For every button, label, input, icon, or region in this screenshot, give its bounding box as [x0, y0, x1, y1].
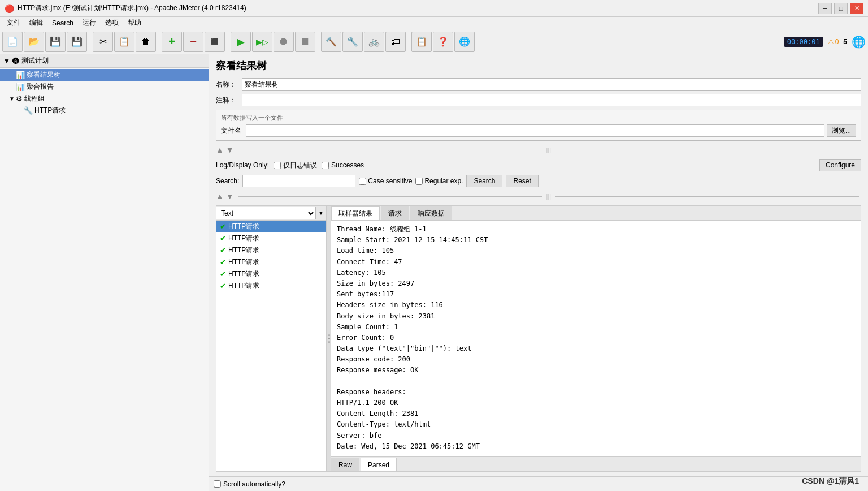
toolbar: 📄 📂 💾 💾 ✂ 📋 🗑 + − ⬛ ▶ ▶▷ ⏺ ⏹ 🔨 🔧 🚲 🏷 📋 ❓… — [0, 29, 868, 54]
reset-button[interactable]: Reset — [506, 175, 538, 187]
search-button[interactable]: Search — [466, 175, 502, 187]
successes-group: Successes — [322, 161, 364, 169]
watermark: CSDN @1清风1 — [802, 476, 859, 486]
regular-exp-label: Regular exp. — [424, 177, 463, 185]
bottom-bar: Scroll automatically? — [209, 476, 868, 491]
log-errors-checkbox[interactable] — [274, 162, 281, 169]
tab-response[interactable]: 响应数据 — [410, 206, 452, 220]
tab-parsed[interactable]: Parsed — [361, 458, 397, 471]
tree-node-http[interactable]: 🔧 HTTP请求 — [0, 105, 209, 117]
file-section-title: 所有数据写入一个文件 — [221, 114, 856, 122]
list-button[interactable]: 📋 — [411, 32, 432, 52]
list-item-label: HTTP请求 — [228, 257, 259, 267]
dropdown-arrow-icon[interactable]: ▼ — [316, 210, 326, 216]
globe-button[interactable]: 🌐 — [852, 35, 866, 49]
tree-header-label: 测试计划 — [21, 56, 49, 66]
configure-button[interactable]: Configure — [819, 159, 861, 171]
successes-checkbox[interactable] — [322, 162, 329, 169]
node-label: HTTP请求 — [34, 106, 66, 115]
successes-label: Successes — [331, 161, 364, 169]
name-input[interactable] — [242, 78, 861, 91]
save-template-button[interactable]: 💾 — [45, 32, 66, 52]
main-layout: ▼ 🅐 测试计划 📊 察看结果树 📊 聚合报告 ▼ ⚙ 线程组 — [0, 54, 868, 491]
warn-count: 0 — [835, 38, 839, 46]
result-content: Thread Name: 线程组 1-1 Sample Start: 2021-… — [331, 221, 861, 456]
add-button[interactable]: + — [162, 32, 182, 52]
menu-edit[interactable]: 编辑 — [25, 17, 47, 29]
arrow-up-icon-2[interactable]: ▲ — [216, 192, 224, 201]
arrow-up-icon[interactable]: ▲ — [216, 145, 224, 154]
comment-input[interactable] — [242, 94, 861, 106]
splitter-handle: ||| — [546, 147, 552, 153]
search-input[interactable] — [242, 175, 355, 187]
list-item[interactable]: ✔ HTTP请求 — [216, 256, 326, 268]
comment-row: 注释： — [216, 94, 861, 106]
open-button[interactable]: 📂 — [24, 32, 44, 52]
list-item[interactable]: ✔ HTTP请求 — [216, 280, 326, 292]
menu-file[interactable]: 文件 — [2, 17, 25, 29]
arrow-down-icon[interactable]: ▼ — [226, 145, 234, 154]
tree-node-thread-group[interactable]: ▼ ⚙ 线程组 — [0, 93, 209, 105]
copy-button[interactable]: 📋 — [114, 32, 134, 52]
tab-raw[interactable]: Raw — [331, 458, 359, 471]
scroll-auto-checkbox[interactable] — [214, 480, 221, 488]
list-item[interactable]: ✔ HTTP请求 — [216, 268, 326, 280]
close-button[interactable]: ✕ — [850, 3, 863, 14]
resize-dot — [328, 338, 330, 339]
list-item-label: HTTP请求 — [228, 269, 259, 279]
list-item[interactable]: ✔ HTTP请求 — [216, 221, 326, 232]
resize-dot — [328, 334, 330, 336]
tab-sampler-result[interactable]: 取样器结果 — [331, 206, 380, 220]
menu-run[interactable]: 运行 — [78, 17, 101, 29]
help-button[interactable]: ❓ — [433, 32, 453, 52]
window-controls: ─ □ ✕ — [818, 3, 863, 14]
expand-button[interactable]: ⬛ — [205, 32, 225, 52]
browse-button[interactable]: 浏览... — [827, 124, 856, 137]
tool2-button[interactable]: 🔧 — [342, 32, 363, 52]
node-icon: 📊 — [16, 71, 25, 79]
new-button[interactable]: 📄 — [2, 32, 23, 52]
vertical-resize-handle[interactable] — [327, 206, 331, 471]
case-sensitive-checkbox[interactable] — [359, 178, 366, 185]
tree-node-aggregate[interactable]: 📊 聚合报告 — [0, 81, 209, 93]
cut-button[interactable]: ✂ — [93, 32, 113, 52]
delete-button[interactable]: 🗑 — [136, 32, 156, 52]
log-errors-group: 仅日志错误 — [274, 161, 317, 170]
result-line: Content-Type: text/html — [337, 419, 855, 430]
search-label: Search: — [216, 177, 239, 185]
list-item[interactable]: ✔ HTTP请求 — [216, 244, 326, 256]
maximize-button[interactable]: □ — [834, 3, 848, 14]
result-line: Latency: 105 — [337, 268, 855, 278]
menu-help[interactable]: 帮助 — [123, 17, 146, 29]
menu-search[interactable]: Search — [47, 18, 78, 28]
toggle-icon[interactable]: ▼ — [8, 96, 16, 102]
remove-button[interactable]: − — [183, 32, 203, 52]
menu-options[interactable]: 选项 — [101, 17, 123, 29]
regular-exp-checkbox[interactable] — [415, 178, 423, 185]
comment-label: 注释： — [216, 96, 238, 105]
save-button[interactable]: 💾 — [67, 32, 87, 52]
title-bar-left: 🔴 HTTP请求.jmx (E:\测试计划\HTTP请求.jmx) - Apac… — [5, 3, 246, 13]
start-button[interactable]: ▶ — [231, 32, 251, 52]
display-type-dropdown[interactable]: Text HTML JSON XML — [216, 207, 316, 219]
remote-button[interactable]: 🌐 — [454, 32, 475, 52]
tool1-button[interactable]: 🔨 — [321, 32, 341, 52]
list-item[interactable]: ✔ HTTP请求 — [216, 232, 326, 244]
tab-request[interactable]: 请求 — [381, 206, 409, 220]
arrow-down-icon-2[interactable]: ▼ — [226, 192, 234, 201]
result-line: Thread Name: 线程组 1-1 — [337, 224, 855, 235]
search-row: Search: Case sensitive Regular exp. Sear… — [216, 175, 861, 187]
tool3-button[interactable]: 🚲 — [364, 32, 384, 52]
bottom-tabs: Raw Parsed — [331, 456, 861, 471]
record-button[interactable]: ⏺ — [274, 32, 294, 52]
stop-button[interactable]: ⏹ — [295, 32, 315, 52]
result-panel: 取样器结果 请求 响应数据 Thread Name: 线程组 1-1 Sampl… — [331, 206, 861, 471]
tree-header-toggle[interactable]: ▼ — [3, 57, 10, 65]
tree-node-result-tree[interactable]: 📊 察看结果树 — [0, 69, 209, 81]
tool4-button[interactable]: 🏷 — [385, 32, 406, 52]
start-no-pause-button[interactable]: ▶▷ — [252, 32, 272, 52]
status-icon: ✔ — [220, 234, 226, 243]
file-input[interactable] — [246, 124, 824, 137]
minimize-button[interactable]: ─ — [818, 3, 832, 14]
list-item-label: HTTP请求 — [228, 222, 259, 231]
